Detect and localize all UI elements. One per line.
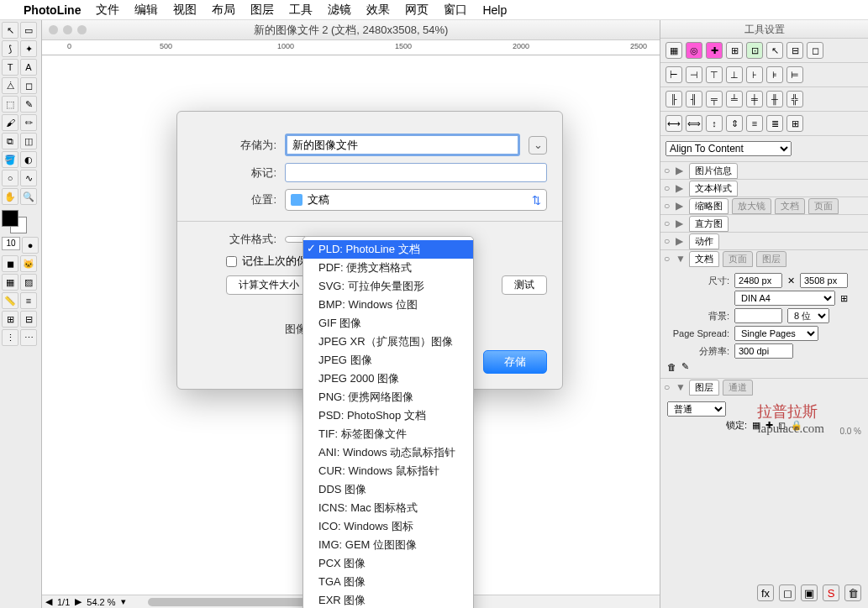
space-icon[interactable]: ↕	[706, 115, 723, 132]
format-option[interactable]: JPEG 2000 图像	[303, 370, 473, 388]
maximize-window-icon[interactable]	[77, 25, 87, 34]
section-actions[interactable]: ○▶动作	[660, 233, 868, 249]
space-icon[interactable]: ≣	[766, 115, 783, 132]
page-indicator[interactable]: 1/1	[57, 597, 70, 607]
menu-file[interactable]: 文件	[96, 3, 119, 18]
dist-icon[interactable]: ╤	[706, 91, 723, 107]
format-option[interactable]: IMG: GEM 位图图像	[303, 536, 473, 554]
space-icon[interactable]: ⟷	[665, 115, 682, 132]
space-icon[interactable]: ≡	[746, 115, 763, 132]
zoom-level[interactable]: 54.2 %	[87, 597, 115, 607]
format-option[interactable]: JPEG XR（扩展范围）图像	[303, 333, 473, 351]
section-histogram[interactable]: ○▶直方图	[660, 215, 868, 232]
frame-tool-icon[interactable]: ⬚	[2, 96, 18, 113]
paper-select[interactable]: DIN A4	[734, 291, 835, 306]
format-option[interactable]: BMP: Windows 位图	[303, 296, 473, 314]
menu-web[interactable]: 网页	[405, 3, 429, 18]
dist-icon[interactable]: ╧	[726, 91, 743, 107]
text-tool-icon[interactable]: T	[2, 59, 18, 76]
opt-icon[interactable]: ⊟	[786, 42, 803, 59]
opt-arrow-icon[interactable]: ↖	[766, 42, 783, 59]
close-window-icon[interactable]	[49, 25, 58, 34]
layer-new-icon[interactable]: ▣	[801, 584, 818, 601]
format-option[interactable]: CUR: Windows 鼠标指针	[303, 462, 473, 480]
edit-icon[interactable]: ✎	[681, 361, 689, 372]
align-bot-icon[interactable]: ⊧	[766, 66, 783, 83]
trash-icon[interactable]: 🗑	[667, 362, 676, 372]
lasso-tool-icon[interactable]: ⟆	[2, 40, 18, 57]
menu-effect[interactable]: 效果	[366, 3, 390, 18]
blend-select[interactable]: 普通	[667, 401, 726, 417]
brush-size[interactable]: 10	[2, 237, 20, 250]
minimize-window-icon[interactable]	[63, 25, 72, 34]
grid-tool-icon[interactable]: ▦	[2, 274, 18, 291]
tag-input[interactable]	[285, 163, 547, 182]
align-mid-icon[interactable]: ⊦	[746, 66, 763, 83]
calc-size-button[interactable]: 计算文件大小	[226, 275, 312, 295]
eyedrop-tool-icon[interactable]: ✎	[20, 96, 37, 113]
lock-all-icon[interactable]: ◻	[778, 420, 786, 431]
section-layers[interactable]: ○▼ 图层 通道	[660, 379, 868, 396]
gradient-tool-icon[interactable]: ◐	[20, 151, 37, 168]
filename-input[interactable]	[285, 134, 520, 156]
dist-icon[interactable]: ╟	[665, 91, 682, 107]
opt-plus-icon[interactable]: ✚	[706, 42, 723, 59]
opt-target-icon[interactable]: ◎	[686, 42, 702, 59]
fg-color-icon[interactable]	[2, 210, 18, 227]
location-select[interactable]: 文稿 ⇅	[285, 189, 547, 211]
orient-icon[interactable]: ⊞	[840, 293, 848, 304]
space-icon[interactable]: ⟺	[686, 115, 702, 132]
spread-select[interactable]: Single Pages	[734, 326, 818, 341]
lock-pos-icon[interactable]: ✚	[765, 420, 773, 431]
brush-tool-icon[interactable]: 🖌	[2, 114, 18, 131]
align-center-icon[interactable]: ⊣	[686, 66, 702, 83]
fill-tool-icon[interactable]: 🪣	[2, 151, 18, 168]
hscroll-thumb[interactable]	[148, 598, 316, 606]
zoom-tool-icon[interactable]: 🔍	[20, 188, 37, 205]
menu-layout[interactable]: 布局	[212, 3, 235, 18]
align-to-select[interactable]: Align To Content	[665, 141, 792, 156]
grid2-tool-icon[interactable]: ⊟	[20, 311, 37, 328]
space-icon[interactable]: ⊞	[786, 115, 803, 132]
smudge-tool-icon[interactable]: ∿	[20, 170, 37, 186]
format-option[interactable]: PSD: PhotoShop 文档	[303, 406, 473, 425]
layer-delete-icon[interactable]: 🗑	[844, 584, 861, 601]
dist-icon[interactable]: ╪	[746, 91, 763, 107]
type-tool-icon[interactable]: A	[20, 59, 37, 76]
width-input[interactable]	[734, 273, 782, 288]
next-page-icon[interactable]: ▶	[75, 596, 82, 607]
dist-icon[interactable]: ╬	[786, 91, 803, 107]
menu-help[interactable]: Help	[482, 3, 507, 17]
format-option[interactable]: PDF: 便携文档格式	[303, 259, 473, 277]
opt-icon[interactable]: ⊞	[726, 42, 743, 59]
wand-tool-icon[interactable]: ✦	[20, 40, 37, 57]
dpi-input[interactable]	[734, 343, 793, 359]
dist-icon[interactable]: ╢	[686, 91, 702, 107]
format-option[interactable]: EXR 图像	[303, 591, 473, 608]
align-right-icon[interactable]: ⊤	[706, 66, 723, 83]
select-tool-icon[interactable]: ▭	[20, 22, 37, 39]
test-button[interactable]: 测试	[502, 275, 547, 295]
distribute-tool-icon[interactable]: ⊞	[2, 311, 18, 328]
opt-icon[interactable]: ⊡	[746, 42, 763, 59]
more-tool-icon[interactable]: ⋯	[20, 329, 37, 346]
align-dist-icon[interactable]: ⊨	[786, 66, 803, 83]
bg-color[interactable]	[734, 308, 782, 323]
remember-checkbox[interactable]	[226, 256, 237, 267]
format-option[interactable]: PCX 图像	[303, 554, 473, 573]
pattern-tool-icon[interactable]: ▨	[20, 274, 37, 291]
layer-fx-icon[interactable]: fx	[757, 584, 774, 601]
menu-filter[interactable]: 滤镜	[328, 3, 351, 18]
eraser-tool-icon[interactable]: ◫	[20, 133, 37, 149]
align-top-icon[interactable]: ⊥	[726, 66, 743, 83]
clone-tool-icon[interactable]: ⧉	[2, 133, 18, 149]
layer-mask-icon[interactable]: ◻	[779, 584, 796, 601]
mask-tool-icon[interactable]: ◼	[2, 255, 18, 272]
cat-tool-icon[interactable]: 🐱	[20, 255, 37, 272]
format-option[interactable]: PNG: 便携网络图像	[303, 388, 473, 406]
section-textstyle[interactable]: ○▶文本样式	[660, 180, 868, 197]
bits-select[interactable]: 8 位	[787, 308, 829, 323]
hand-tool-icon[interactable]: ✋	[2, 188, 18, 205]
save-button[interactable]: 存储	[483, 350, 547, 374]
opt-icon[interactable]: ◻	[807, 42, 823, 59]
